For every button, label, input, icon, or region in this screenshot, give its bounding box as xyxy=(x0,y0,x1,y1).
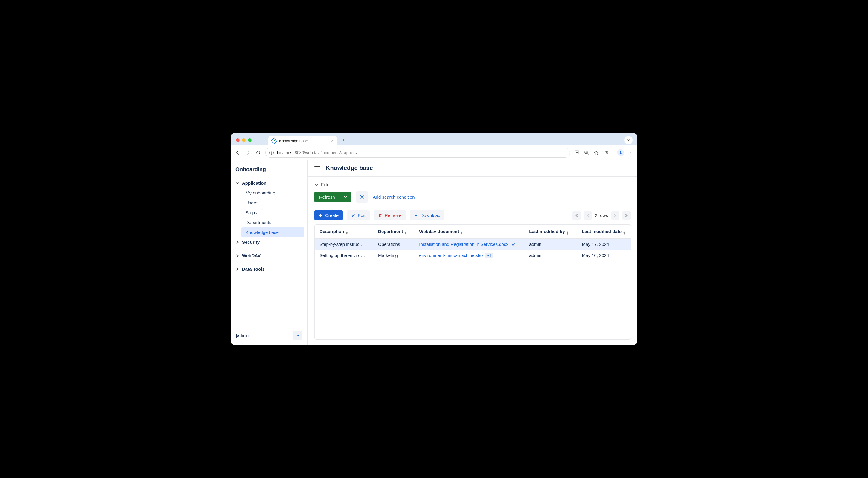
filter-toggle[interactable]: Filter xyxy=(314,182,631,187)
nav-reload-button[interactable] xyxy=(255,150,261,156)
double-chevron-right-icon xyxy=(625,214,628,217)
bookmark-button[interactable] xyxy=(593,150,599,156)
group-label: Security xyxy=(242,240,259,245)
group-header-application[interactable]: Application xyxy=(230,178,308,188)
logout-button[interactable] xyxy=(292,331,302,340)
url-text: localhost:8080/webdavDocumentWrappers xyxy=(277,150,357,155)
address-bar: localhost:8080/webdavDocumentWrappers xyxy=(230,145,638,160)
profile-button[interactable] xyxy=(617,149,624,156)
document-link[interactable]: Installation and Registration in Service… xyxy=(419,242,508,247)
menu-button[interactable] xyxy=(628,150,633,155)
group-header-data-tools[interactable]: Data Tools xyxy=(230,264,308,274)
url-field[interactable]: localhost:8080/webdavDocumentWrappers xyxy=(265,147,570,158)
edit-button[interactable]: Edit xyxy=(347,210,370,220)
col-last-modified-date[interactable]: Last modified date▲▼ xyxy=(577,225,630,239)
group-header-security[interactable]: Security xyxy=(230,237,308,247)
group-header-webdav[interactable]: WebDAV xyxy=(230,251,308,261)
window-zoom-dot[interactable] xyxy=(248,138,252,142)
svg-point-8 xyxy=(630,153,631,155)
version-badge: v1 xyxy=(485,253,493,258)
col-webdav-document[interactable]: Webdav document▲▼ xyxy=(414,225,524,239)
remove-label: Remove xyxy=(385,213,401,218)
cell-department: Marketing xyxy=(373,250,414,261)
sidebar-footer: [admin] xyxy=(230,326,308,345)
zoom-icon xyxy=(584,150,589,156)
add-search-condition-link[interactable]: Add search condition xyxy=(373,195,415,200)
install-app-button[interactable] xyxy=(574,150,580,156)
app-body: Onboarding Application My onboarding Use… xyxy=(230,160,638,345)
browser-chrome: Knowledge base × + localhost:8080 xyxy=(230,133,638,160)
content: Filter Refresh Add search condition xyxy=(308,177,638,345)
svg-point-5 xyxy=(620,151,622,153)
main-header: Knowledge base xyxy=(308,160,638,177)
page-last-button[interactable] xyxy=(622,211,631,219)
page-prev-button[interactable] xyxy=(584,211,592,219)
tab-close-icon[interactable]: × xyxy=(331,138,334,143)
remove-button[interactable]: Remove xyxy=(374,210,406,220)
nav-back-button[interactable] xyxy=(235,150,241,156)
chevron-right-icon xyxy=(236,240,240,244)
chevron-down-icon xyxy=(314,182,318,187)
rows-count-label: 2 rows xyxy=(595,213,608,218)
download-label: Download xyxy=(421,213,441,218)
cell-modified-by: admin xyxy=(524,250,577,261)
sidebar-toggle-button[interactable] xyxy=(314,166,320,170)
page-first-button[interactable] xyxy=(572,211,581,219)
cell-document: environment-Linux-machine.xlsxv1 xyxy=(414,250,524,261)
sidebar-item-users[interactable]: Users xyxy=(241,198,305,208)
tabs-dropdown-button[interactable] xyxy=(624,136,632,144)
toolbar-divider xyxy=(613,150,613,156)
sort-icon: ▲▼ xyxy=(623,231,626,234)
sidebar-item-my-onboarding[interactable]: My onboarding xyxy=(241,188,305,198)
svg-rect-1 xyxy=(271,152,272,153)
refresh-dropdown-button[interactable] xyxy=(340,192,351,202)
double-chevron-left-icon xyxy=(575,214,578,217)
table-row[interactable]: Setting up the enviro… Marketing environ… xyxy=(315,250,630,261)
page-next-button[interactable] xyxy=(611,211,619,219)
version-badge: v1 xyxy=(510,242,518,247)
sort-icon: ▲▼ xyxy=(460,231,463,234)
download-button[interactable]: Download xyxy=(410,210,445,220)
favicon-icon xyxy=(271,137,278,144)
chevron-right-icon xyxy=(236,253,240,258)
nav-forward-button[interactable] xyxy=(245,150,251,156)
zoom-button[interactable] xyxy=(584,150,589,156)
tab-title: Knowledge base xyxy=(279,139,329,143)
pagination: 2 rows xyxy=(572,211,631,219)
sidebar-group-security: Security xyxy=(230,237,308,247)
page-title: Knowledge base xyxy=(326,165,373,171)
sidebar-item-steps[interactable]: Steps xyxy=(241,208,305,217)
filter-settings-button[interactable] xyxy=(356,191,368,203)
edit-label: Edit xyxy=(358,213,366,218)
group-label: Data Tools xyxy=(242,267,265,272)
refresh-row: Refresh Add search condition xyxy=(314,191,631,203)
plus-icon xyxy=(318,213,323,217)
cell-department: Operations xyxy=(373,239,414,250)
refresh-button[interactable]: Refresh xyxy=(314,192,340,202)
chevron-right-icon xyxy=(614,214,617,217)
kebab-icon xyxy=(628,150,633,155)
col-department[interactable]: Department▲▼ xyxy=(373,225,414,239)
logout-icon xyxy=(295,333,300,338)
reload-icon xyxy=(255,150,261,156)
data-table: Description▲▼ Department▲▼ Webdav docume… xyxy=(314,225,631,340)
chevron-down-icon xyxy=(236,181,240,185)
trash-icon xyxy=(378,213,382,217)
cell-document: Installation and Registration in Service… xyxy=(414,239,524,250)
sidebar-item-knowledge-base[interactable]: Knowledge base xyxy=(241,227,305,237)
extensions-button[interactable] xyxy=(603,150,609,156)
browser-tab[interactable]: Knowledge base × xyxy=(268,136,337,146)
chevron-down-icon xyxy=(627,138,630,142)
window-minimize-dot[interactable] xyxy=(242,138,246,142)
sidebar-item-departments[interactable]: Departments xyxy=(241,217,305,227)
new-tab-button[interactable]: + xyxy=(339,136,348,144)
col-last-modified-by[interactable]: Last modified by▲▼ xyxy=(524,225,577,239)
create-button[interactable]: Create xyxy=(314,210,343,220)
window-close-dot[interactable] xyxy=(236,138,240,142)
col-description[interactable]: Description▲▼ xyxy=(315,225,373,239)
document-link[interactable]: environment-Linux-machine.xlsx xyxy=(419,253,483,258)
sidebar-group-application: Application My onboarding Users Steps De… xyxy=(230,178,308,237)
table-row[interactable]: Step-by-step instruc… Operations Install… xyxy=(315,239,630,250)
create-label: Create xyxy=(325,213,339,218)
sidebar-title: Onboarding xyxy=(230,164,308,178)
